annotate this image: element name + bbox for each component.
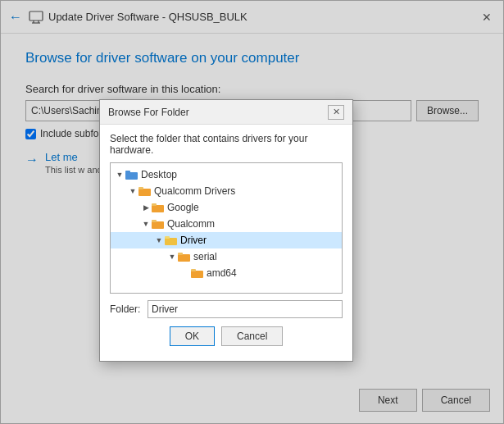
svg-rect-10	[152, 221, 164, 229]
tree-item-driver[interactable]: ▼ Driver	[111, 232, 342, 248]
tree-item-desktop[interactable]: ▼ Desktop	[111, 166, 342, 183]
svg-rect-6	[138, 189, 151, 196]
tree-item-amd64[interactable]: amd64	[111, 265, 342, 281]
svg-rect-4	[125, 172, 138, 180]
toggle-google: ▶	[140, 203, 152, 212]
svg-rect-17	[191, 269, 196, 271]
folder-icon-desktop	[125, 169, 138, 180]
svg-rect-14	[178, 254, 190, 262]
tree-label-qualcomm: Qualcomm	[167, 218, 215, 230]
tree-container[interactable]: ▼ Desktop ▼ Qualcomm Drivers	[110, 162, 343, 294]
toggle-driver: ▼	[153, 236, 165, 244]
dialog-description: Select the folder that contains drivers …	[110, 133, 343, 156]
dialog-ok-button[interactable]: OK	[170, 326, 215, 346]
folder-icon-driver	[165, 235, 178, 246]
tree-label-driver: Driver	[180, 235, 207, 246]
folder-icon-serial	[178, 251, 191, 262]
dialog-title-bar: Browse For Folder ✕	[100, 100, 352, 125]
svg-rect-16	[191, 271, 203, 278]
svg-rect-15	[178, 253, 183, 255]
dialog-cancel-button[interactable]: Cancel	[221, 326, 283, 346]
toggle-qualcomm-drivers: ▼	[127, 187, 138, 195]
main-window: ← Update Driver Software - QHSUSB_BULK ✕…	[0, 0, 504, 424]
svg-rect-5	[125, 171, 130, 173]
tree-label-serial: serial	[193, 251, 217, 262]
svg-rect-13	[165, 236, 170, 239]
folder-icon-google	[152, 202, 165, 213]
dialog-body: Select the folder that contains drivers …	[100, 125, 352, 361]
modal-overlay: Browse For Folder ✕ Select the folder th…	[1, 1, 503, 423]
tree-label-amd64: amd64	[207, 267, 237, 279]
dialog-buttons: OK Cancel	[110, 326, 343, 353]
tree-label-google: Google	[167, 202, 199, 213]
tree-label-desktop: Desktop	[141, 169, 177, 180]
browse-dialog: Browse For Folder ✕ Select the folder th…	[99, 99, 353, 362]
folder-label: Folder:	[110, 303, 143, 315]
folder-input[interactable]	[148, 300, 343, 318]
tree-label-qualcomm-drivers: Qualcomm Drivers	[154, 185, 235, 197]
tree-item-serial[interactable]: ▼ serial	[111, 248, 342, 265]
folder-icon-amd64	[191, 267, 204, 279]
folder-icon-qualcomm-drivers	[138, 185, 152, 197]
folder-icon-qualcomm	[152, 218, 165, 230]
folder-row: Folder:	[110, 300, 343, 318]
toggle-desktop: ▼	[114, 171, 125, 179]
svg-rect-7	[138, 187, 143, 189]
toggle-serial: ▼	[166, 253, 178, 261]
toggle-qualcomm: ▼	[140, 220, 152, 228]
svg-rect-9	[152, 203, 157, 206]
tree-item-qualcomm-drivers[interactable]: ▼ Qualcomm Drivers	[111, 183, 342, 199]
svg-rect-12	[165, 238, 177, 245]
dialog-close-button[interactable]: ✕	[328, 105, 344, 120]
tree-item-qualcomm[interactable]: ▼ Qualcomm	[111, 216, 342, 232]
dialog-title: Browse For Folder	[108, 107, 328, 118]
svg-rect-11	[152, 220, 157, 222]
svg-rect-8	[152, 205, 164, 212]
tree-item-google[interactable]: ▶ Google	[111, 199, 342, 216]
